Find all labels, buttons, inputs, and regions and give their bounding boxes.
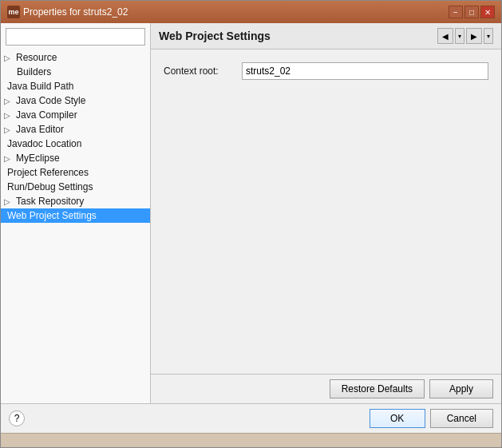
nav-back-button[interactable]: ◀ — [437, 28, 453, 44]
nav-back-dropdown[interactable]: ▾ — [455, 28, 464, 44]
sidebar-item-task-repository[interactable]: ▷ Task Repository — [1, 194, 150, 208]
sidebar-item-myeclipse[interactable]: ▷ MyEclipse — [1, 151, 150, 165]
sidebar-item-label: Builders — [17, 66, 51, 77]
sidebar-item-label: Javadoc Location — [7, 138, 81, 149]
expand-icon: ▷ — [4, 97, 14, 105]
content-panel: Web Project Settings ◀ ▾ ▶ ▾ — [151, 23, 501, 403]
sidebar-item-label: Run/Debug Settings — [7, 181, 93, 192]
context-root-label: Context root: — [164, 65, 235, 77]
context-root-row: Context root: — [164, 62, 488, 80]
sidebar-item-project-references[interactable]: Project References — [1, 165, 150, 180]
title-bar-buttons: − □ ✕ — [449, 6, 495, 18]
nav-forward-button[interactable]: ▶ — [466, 28, 482, 44]
dropdown-icon: ▾ — [487, 33, 490, 40]
expand-icon: ▷ — [4, 154, 14, 163]
window-title: Properties for struts2_02 — [23, 6, 128, 18]
sidebar-item-java-editor[interactable]: ▷ Java Editor — [1, 122, 150, 137]
sidebar-item-label: Java Editor — [16, 124, 64, 135]
content-body: Context root: — [151, 50, 501, 374]
bottom-action-bar: Restore Defaults Apply — [151, 374, 501, 403]
header-nav: ◀ ▾ ▶ ▾ — [437, 28, 493, 44]
restore-defaults-button[interactable]: Restore Defaults — [330, 379, 425, 398]
sidebar-item-javadoc-location[interactable]: Javadoc Location — [1, 137, 150, 151]
apply-button[interactable]: Apply — [429, 379, 493, 398]
sidebar-item-label: Java Build Path — [7, 81, 73, 92]
title-bar: me Properties for struts2_02 − □ ✕ — [1, 1, 501, 23]
expand-icon: ▷ — [4, 54, 14, 62]
help-button[interactable]: ? — [9, 410, 25, 426]
sidebar-item-label: Project References — [7, 167, 89, 178]
sidebar-item-java-build-path[interactable]: Java Build Path — [1, 79, 150, 93]
sidebar-item-label: Task Repository — [16, 196, 84, 207]
nav-forward-dropdown[interactable]: ▾ — [484, 28, 493, 44]
properties-window: me Properties for struts2_02 − □ ✕ ▷ Res… — [0, 0, 502, 448]
sidebar-item-java-code-style[interactable]: ▷ Java Code Style — [1, 93, 150, 108]
status-bar — [1, 433, 501, 447]
sidebar-item-builders[interactable]: Builders — [1, 65, 150, 79]
sidebar-item-resource[interactable]: ▷ Resource — [1, 50, 150, 65]
ok-button[interactable]: OK — [370, 409, 425, 428]
dropdown-icon: ▾ — [458, 33, 461, 40]
expand-icon: ▷ — [4, 197, 14, 206]
sidebar-search-input[interactable] — [6, 28, 145, 46]
cancel-button[interactable]: Cancel — [430, 409, 493, 428]
sidebar-item-label: Java Compiler — [16, 109, 77, 121]
close-button[interactable]: ✕ — [480, 6, 495, 18]
sidebar-item-label: MyEclipse — [16, 153, 60, 164]
sidebar-item-java-compiler[interactable]: ▷ Java Compiler — [1, 108, 150, 122]
maximize-button[interactable]: □ — [464, 6, 479, 18]
app-icon: me — [7, 6, 20, 18]
window-body: ▷ Resource Builders Java Build Path ▷ Ja… — [1, 23, 501, 447]
content-title: Web Project Settings — [159, 30, 271, 42]
expand-icon: ▷ — [4, 125, 14, 134]
sidebar: ▷ Resource Builders Java Build Path ▷ Ja… — [1, 23, 151, 403]
minimize-button[interactable]: − — [449, 6, 463, 18]
footer-buttons: OK Cancel — [370, 409, 493, 428]
sidebar-item-label: Resource — [16, 52, 57, 63]
sidebar-item-label: Web Project Settings — [7, 210, 97, 221]
help-icon: ? — [14, 413, 20, 424]
content-header: Web Project Settings ◀ ▾ ▶ ▾ — [151, 23, 501, 50]
sidebar-item-run-debug-settings[interactable]: Run/Debug Settings — [1, 180, 150, 194]
sidebar-item-label: Java Code Style — [16, 95, 85, 106]
back-icon: ◀ — [442, 32, 449, 41]
footer-bar: ? OK Cancel — [1, 403, 501, 433]
expand-icon: ▷ — [4, 111, 14, 120]
sidebar-item-web-project-settings[interactable]: Web Project Settings — [1, 208, 150, 223]
forward-icon: ▶ — [471, 32, 477, 41]
context-root-input[interactable] — [242, 62, 488, 80]
main-content: ▷ Resource Builders Java Build Path ▷ Ja… — [1, 23, 501, 403]
title-bar-left: me Properties for struts2_02 — [7, 6, 128, 18]
